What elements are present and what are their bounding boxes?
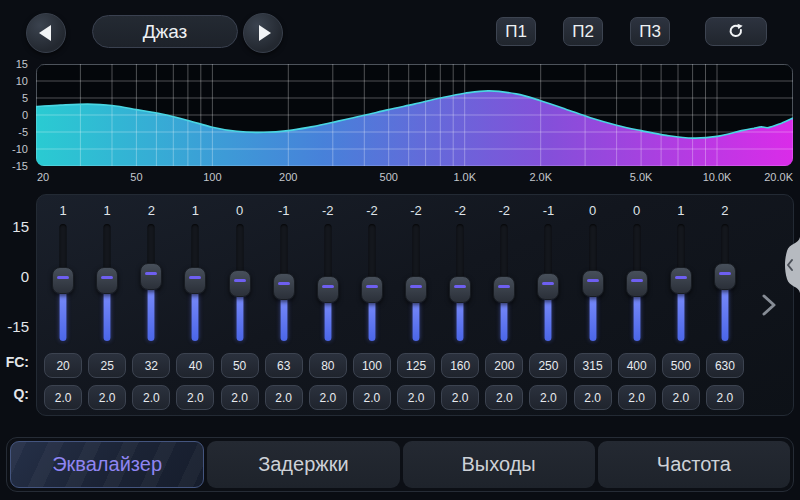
band-q-button[interactable]: 2.0 xyxy=(221,385,259,410)
band-fc-button[interactable]: 500 xyxy=(662,353,700,378)
band-gain-value: 1 xyxy=(677,200,684,222)
band-gain-slider[interactable] xyxy=(581,222,605,344)
band-gain-slider[interactable] xyxy=(536,222,560,344)
y-tick-label: -15 xyxy=(0,160,28,172)
band-q-button[interactable]: 2.0 xyxy=(441,385,479,410)
graph-y-axis: 151050-5-10-15 xyxy=(0,64,31,186)
band-gain-slider[interactable] xyxy=(316,222,340,344)
slider-fill xyxy=(280,294,287,342)
x-tick-label: 10.0K xyxy=(703,171,732,183)
slider-fill xyxy=(60,288,67,342)
band-gain-slider[interactable] xyxy=(139,222,163,344)
x-tick-label: 200 xyxy=(279,171,297,183)
band-gain-value: 2 xyxy=(721,200,728,222)
band-q-button[interactable]: 2.0 xyxy=(574,385,612,410)
slider-thumb[interactable] xyxy=(670,267,692,294)
slider-thumb[interactable] xyxy=(493,276,515,303)
slider-thumb[interactable] xyxy=(184,267,206,294)
memory-1-label: П1 xyxy=(505,22,527,42)
band-fc-button[interactable]: 50 xyxy=(221,353,259,378)
chevron-right-icon xyxy=(757,291,781,319)
band-fc-button[interactable]: 100 xyxy=(353,353,391,378)
band-fc-button[interactable]: 40 xyxy=(176,353,214,378)
thumb-indicator xyxy=(57,276,69,279)
thumb-indicator xyxy=(278,282,290,285)
band-fc-button[interactable]: 20 xyxy=(44,353,82,378)
band-gain-slider[interactable] xyxy=(228,222,252,344)
tab-frequency-label: Частота xyxy=(657,453,731,476)
fc-row-label: FC: xyxy=(0,354,29,370)
band-q-button[interactable]: 2.0 xyxy=(176,385,214,410)
band-q-button[interactable]: 2.0 xyxy=(353,385,391,410)
band-fc-button[interactable]: 315 xyxy=(574,353,612,378)
band-fc-button[interactable]: 160 xyxy=(441,353,479,378)
slider-thumb[interactable] xyxy=(229,270,251,297)
eq-band: -2 125 2.0 xyxy=(394,200,438,411)
band-fc-button[interactable]: 125 xyxy=(397,353,435,378)
eq-curve-chart: 20501002005001.0K2.0K5.0K10.0K20.0K xyxy=(36,64,793,188)
band-q-button[interactable]: 2.0 xyxy=(618,385,656,410)
slider-thumb[interactable] xyxy=(52,267,74,294)
tab-equalizer[interactable]: Эквалайзер xyxy=(10,441,204,488)
band-q-button[interactable]: 2.0 xyxy=(397,385,435,410)
band-gain-slider[interactable] xyxy=(95,222,119,344)
band-gain-slider[interactable] xyxy=(625,222,649,344)
band-gain-value: -2 xyxy=(499,200,511,222)
band-gain-slider[interactable] xyxy=(272,222,296,344)
band-gain-value: 0 xyxy=(589,200,596,222)
band-q-button[interactable]: 2.0 xyxy=(132,385,170,410)
band-q-button[interactable]: 2.0 xyxy=(706,385,744,410)
band-q-button[interactable]: 2.0 xyxy=(529,385,567,410)
preset-selector[interactable]: Джаз xyxy=(92,15,238,48)
tab-outputs[interactable]: Выходы xyxy=(403,441,595,488)
slider-thumb[interactable] xyxy=(361,276,383,303)
slider-fill xyxy=(677,288,684,342)
slider-thumb[interactable] xyxy=(273,273,295,300)
band-gain-slider[interactable] xyxy=(404,222,428,344)
band-gain-slider[interactable] xyxy=(51,222,75,344)
band-q-button[interactable]: 2.0 xyxy=(44,385,82,410)
more-bands-button[interactable] xyxy=(757,291,781,319)
band-q-button[interactable]: 2.0 xyxy=(309,385,347,410)
thumb-indicator xyxy=(410,285,422,288)
band-gain-slider[interactable] xyxy=(713,222,737,344)
band-fc-button[interactable]: 250 xyxy=(529,353,567,378)
band-q-button[interactable]: 2.0 xyxy=(485,385,523,410)
band-fc-button[interactable]: 400 xyxy=(618,353,656,378)
reset-button[interactable] xyxy=(705,17,767,46)
slider-thumb[interactable] xyxy=(140,263,162,290)
slider-thumb[interactable] xyxy=(714,263,736,290)
slider-thumb[interactable] xyxy=(537,273,559,300)
band-q-button[interactable]: 2.0 xyxy=(88,385,126,410)
side-drawer-handle[interactable] xyxy=(778,237,800,293)
slider-thumb[interactable] xyxy=(582,270,604,297)
tab-delays[interactable]: Задержки xyxy=(207,441,399,488)
band-q-button[interactable]: 2.0 xyxy=(265,385,303,410)
band-fc-button[interactable]: 63 xyxy=(265,353,303,378)
next-preset-button[interactable] xyxy=(243,13,283,53)
band-gain-slider[interactable] xyxy=(360,222,384,344)
band-fc-button[interactable]: 630 xyxy=(706,353,744,378)
band-gain-slider[interactable] xyxy=(448,222,472,344)
band-gain-slider[interactable] xyxy=(492,222,516,344)
slider-thumb[interactable] xyxy=(626,270,648,297)
thumb-indicator xyxy=(454,285,466,288)
slider-fill xyxy=(589,291,596,342)
band-q-button[interactable]: 2.0 xyxy=(662,385,700,410)
band-fc-button[interactable]: 25 xyxy=(88,353,126,378)
prev-preset-button[interactable] xyxy=(26,13,66,53)
preset-memory-1-button[interactable]: П1 xyxy=(496,17,536,46)
slider-thumb[interactable] xyxy=(405,276,427,303)
band-gain-value: -2 xyxy=(366,200,378,222)
slider-thumb[interactable] xyxy=(317,276,339,303)
tab-frequency[interactable]: Частота xyxy=(598,441,790,488)
slider-thumb[interactable] xyxy=(96,267,118,294)
preset-memory-2-button[interactable]: П2 xyxy=(563,17,603,46)
band-gain-slider[interactable] xyxy=(669,222,693,344)
band-fc-button[interactable]: 200 xyxy=(485,353,523,378)
preset-memory-3-button[interactable]: П3 xyxy=(630,17,670,46)
slider-thumb[interactable] xyxy=(449,276,471,303)
band-gain-slider[interactable] xyxy=(183,222,207,344)
band-fc-button[interactable]: 80 xyxy=(309,353,347,378)
band-fc-button[interactable]: 32 xyxy=(132,353,170,378)
